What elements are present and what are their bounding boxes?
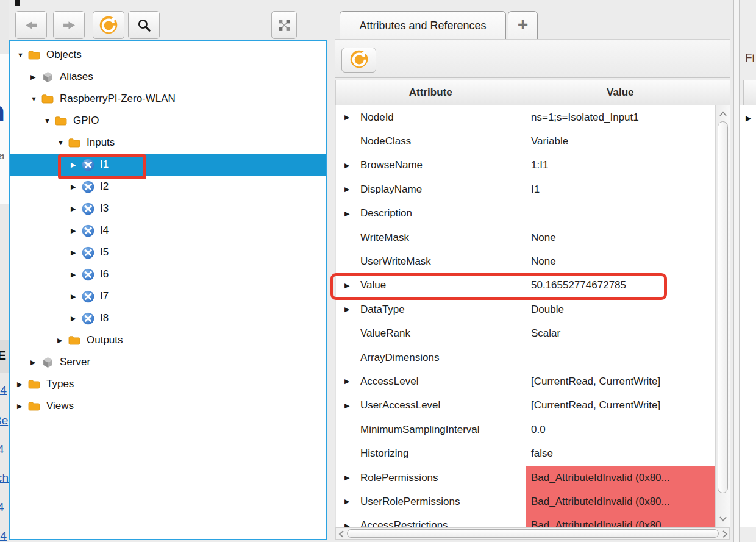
expander-icon[interactable] xyxy=(71,315,81,323)
tree-item-objects[interactable]: Objects xyxy=(10,44,326,66)
tree-item-label: I6 xyxy=(100,268,109,280)
expand-arrow-icon[interactable] xyxy=(344,402,349,410)
expand-arrow-icon[interactable] xyxy=(344,210,349,218)
scroll-up-icon[interactable] xyxy=(719,109,727,116)
vertical-scrollbar[interactable] xyxy=(715,105,730,527)
expander-icon[interactable] xyxy=(30,73,41,81)
tree-item-i5[interactable]: I5 xyxy=(10,241,326,263)
attribute-name: DisplayName xyxy=(360,184,422,196)
expand-arrow-icon[interactable] xyxy=(344,305,349,313)
tree-refresh-button[interactable] xyxy=(93,11,124,39)
expander-icon[interactable] xyxy=(71,227,81,235)
variable-icon xyxy=(81,312,94,325)
tab-attributes-and-references[interactable]: Attributes and References xyxy=(340,11,506,40)
expand-arrow-icon[interactable] xyxy=(344,474,349,482)
tree-item-i1[interactable]: I1 xyxy=(10,154,326,176)
expander-icon[interactable] xyxy=(71,161,81,169)
attribute-row-accesslevel[interactable]: AccessLevel[CurrentRead, CurrentWrite] xyxy=(336,369,715,393)
attribute-row-writemask[interactable]: WriteMaskNone xyxy=(336,226,715,249)
tree-item-i6[interactable]: I6 xyxy=(10,263,326,285)
scroll-left-icon[interactable] xyxy=(338,530,345,538)
horizontal-scrollbar[interactable] xyxy=(335,527,730,540)
expand-arrow-icon[interactable] xyxy=(746,114,751,123)
expand-arrow-icon[interactable] xyxy=(344,113,349,121)
address-space-tree[interactable]: Objects Aliases RaspberryPI-Zero-WLAN GP… xyxy=(9,40,327,540)
expander-icon[interactable] xyxy=(57,139,68,146)
column-header-value[interactable]: Value xyxy=(526,80,716,105)
tree-item-i8[interactable]: I8 xyxy=(10,307,326,329)
tree-item-views[interactable]: Views xyxy=(10,395,326,417)
horizontal-scrollbar-handle[interactable] xyxy=(347,529,719,538)
side-panel-header xyxy=(743,80,756,105)
tree-item-i7[interactable]: I7 xyxy=(10,285,326,307)
tree-item-label: I2 xyxy=(100,180,109,193)
expander-icon[interactable] xyxy=(30,358,41,366)
expander-icon[interactable] xyxy=(17,402,27,410)
expander-icon[interactable] xyxy=(71,271,81,279)
attribute-row-historizing[interactable]: Historizingfalse xyxy=(336,441,715,465)
nav-forward-button[interactable] xyxy=(53,11,85,39)
highlight-mode-button[interactable] xyxy=(271,11,297,39)
expand-arrow-icon[interactable] xyxy=(344,282,349,290)
tree-item-server[interactable]: Server xyxy=(10,351,326,373)
background-link-fragment: 54 xyxy=(0,529,7,542)
attribute-row-arraydimensions[interactable]: ArrayDimensions xyxy=(336,346,715,369)
forward-arrow-icon xyxy=(63,21,76,30)
tree-item-label: I1 xyxy=(100,159,109,171)
expand-arrow-icon[interactable] xyxy=(344,185,349,193)
expander-icon[interactable] xyxy=(30,95,41,102)
tree-item-outputs[interactable]: Outputs xyxy=(10,329,326,351)
attribute-row-datatype[interactable]: DataTypeDouble xyxy=(336,298,715,321)
expand-arrow-icon[interactable] xyxy=(344,162,349,169)
expand-arrow-icon[interactable] xyxy=(344,522,349,527)
scroll-right-icon[interactable] xyxy=(721,530,729,538)
expander-icon[interactable] xyxy=(71,183,81,191)
tree-item-i4[interactable]: I4 xyxy=(10,219,326,241)
attribute-row-displayname[interactable]: DisplayNameI1 xyxy=(336,177,715,201)
attribute-row-browsename[interactable]: BrowseName1:I1 xyxy=(336,154,715,177)
attribute-row-description[interactable]: Description xyxy=(336,202,715,226)
attribute-row-valuerank[interactable]: ValueRankScalar xyxy=(336,322,715,346)
expand-arrow-icon[interactable] xyxy=(344,377,349,385)
tree-item-aliases[interactable]: Aliases xyxy=(10,66,326,88)
tree-item-raspberrypi[interactable]: RaspberryPI-Zero-WLAN xyxy=(10,88,326,110)
expander-icon[interactable] xyxy=(71,293,81,301)
attribute-row-rolepermissions[interactable]: RolePermissionsBad_AttributeIdInvalid (0… xyxy=(336,466,715,490)
add-tab-button[interactable]: + xyxy=(508,11,538,39)
attribute-row-userwritemask[interactable]: UserWriteMaskNone xyxy=(336,249,715,273)
nav-back-button[interactable] xyxy=(15,11,47,39)
attribute-row-useraccesslevel[interactable]: UserAccessLevel[CurrentRead, CurrentWrit… xyxy=(336,394,715,418)
attribute-row-nodeclass[interactable]: NodeClassVariable xyxy=(336,129,715,153)
attribute-row-nodeid[interactable]: NodeIdns=1;s=Isolated_Input1 xyxy=(336,105,715,129)
panel-splitter[interactable] xyxy=(733,0,740,542)
tree-item-i3[interactable]: I3 xyxy=(10,198,326,219)
variable-icon xyxy=(81,158,94,171)
expander-icon[interactable] xyxy=(71,205,81,213)
attribute-value: 0.0 xyxy=(526,418,715,441)
tree-item-gpio[interactable]: GPIO xyxy=(10,110,326,132)
attributes-table[interactable]: NodeIdns=1;s=Isolated_Input1 NodeClassVa… xyxy=(335,105,715,527)
expander-icon[interactable] xyxy=(71,249,81,257)
tree-item-types[interactable]: Types xyxy=(10,373,326,395)
tree-item-label: Objects xyxy=(46,49,82,61)
node-graph-icon xyxy=(277,18,291,32)
attribute-row-minimumsamplinginterval[interactable]: MinimumSamplingInterval0.0 xyxy=(336,418,715,441)
tree-item-inputs[interactable]: Inputs xyxy=(10,132,326,154)
expander-icon[interactable] xyxy=(17,51,27,59)
expander-icon[interactable] xyxy=(57,337,68,344)
attributes-refresh-button[interactable] xyxy=(341,48,376,73)
scroll-down-icon[interactable] xyxy=(719,514,727,521)
expander-icon[interactable] xyxy=(44,117,54,124)
background-text-fragment: n xyxy=(0,95,5,128)
attribute-row-userrolepermissions[interactable]: UserRolePermissionsBad_AttributeIdInvali… xyxy=(336,490,715,513)
folder-icon xyxy=(68,136,81,149)
attribute-row-value[interactable]: Value50.16552774672785 xyxy=(336,274,715,298)
vertical-scrollbar-handle[interactable] xyxy=(718,121,728,493)
column-header-attribute[interactable]: Attribute xyxy=(336,80,526,105)
attribute-row-accessrestrictions[interactable]: AccessRestrictionsBad_AttributeIdInvalid… xyxy=(336,514,715,527)
tree-item-i2[interactable]: I2 xyxy=(10,176,326,198)
expand-arrow-icon[interactable] xyxy=(344,497,349,505)
expander-icon[interactable] xyxy=(17,380,27,388)
folder-icon xyxy=(68,333,81,347)
search-button[interactable] xyxy=(128,11,160,39)
